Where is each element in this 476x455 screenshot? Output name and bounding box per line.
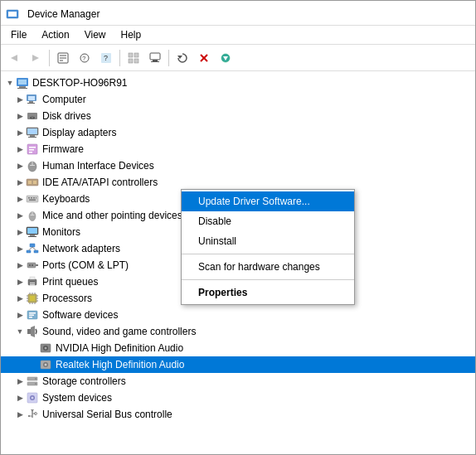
nvidia-icon	[39, 341, 52, 355]
toolbar-back-btn[interactable]	[4, 48, 24, 68]
svg-rect-60	[27, 228, 37, 234]
svg-line-66	[29, 247, 33, 250]
ctx-uninstall[interactable]: Uninstall	[182, 231, 354, 251]
menu-help[interactable]: Help	[114, 27, 148, 42]
toolbar-update-driver-btn[interactable]: ?	[75, 48, 95, 68]
keyboards-label: Keyboards	[42, 193, 90, 205]
monitors-label: Monitors	[42, 226, 80, 238]
toolbar-remove-btn[interactable]	[194, 48, 214, 68]
sound-label: Sound, video and game controllers	[42, 326, 196, 337]
window-icon	[6, 7, 19, 21]
svg-rect-27	[19, 86, 26, 88]
toolbar: ? ?	[1, 45, 475, 71]
svg-rect-31	[29, 101, 33, 103]
svg-rect-43	[29, 152, 32, 153]
root-label: DESKTOP-HO96R91	[32, 77, 128, 89]
svg-point-70	[29, 264, 31, 266]
svg-rect-73	[30, 277, 35, 279]
usb-label: Universal Serial Bus controlle	[42, 409, 172, 420]
svg-rect-51	[28, 197, 30, 199]
realtek-icon	[39, 358, 52, 371]
tree-item-usb[interactable]: ▶ Universal Serial Bus controlle	[1, 406, 475, 423]
svg-point-104	[35, 383, 36, 385]
svg-rect-14	[134, 53, 138, 57]
svg-rect-55	[29, 200, 36, 201]
toolbar-sep-1	[49, 50, 50, 66]
tree-item-storage[interactable]: ▶ Storage controllers	[1, 373, 475, 390]
toolbar-help-btn[interactable]: ?	[96, 48, 116, 68]
svg-rect-52	[31, 197, 32, 199]
processors-expand-icon: ▶	[14, 293, 26, 304]
toolbar-sep-3	[168, 50, 169, 66]
storage-icon	[26, 375, 39, 388]
svg-text:?: ?	[82, 55, 86, 62]
ctx-sep-2	[182, 279, 354, 280]
svg-rect-61	[30, 235, 35, 236]
tree-root[interactable]: ▼ DESKTOP-HO96R91	[1, 75, 475, 91]
svg-rect-26	[18, 80, 27, 85]
hid-label: Human Interface Devices	[42, 160, 154, 172]
svg-point-107	[32, 397, 34, 399]
storage-label: Storage controllers	[42, 375, 126, 387]
svg-rect-91	[29, 312, 36, 314]
processors-icon	[26, 292, 39, 305]
menu-action[interactable]: Action	[35, 27, 75, 42]
svg-point-97	[45, 347, 47, 350]
menu-view[interactable]: View	[78, 27, 113, 42]
tree-item-computer[interactable]: ▶ Computer	[1, 91, 475, 108]
network-expand-icon: ▶	[14, 243, 26, 254]
tree-item-sound[interactable]: ▼ Sound, video and game controllers	[1, 323, 475, 340]
svg-marker-4	[32, 55, 39, 61]
ctx-properties[interactable]: Properties	[182, 283, 354, 303]
tree-item-nvidia[interactable]: ▶ NVIDIA High Definition Audio	[1, 340, 475, 356]
computer-expand-icon: ▶	[14, 94, 26, 105]
svg-text:?: ?	[104, 54, 108, 62]
software-devices-label: Software devices	[42, 309, 118, 321]
network-icon	[26, 242, 39, 255]
toolbar-device-view-btn[interactable]	[145, 48, 165, 68]
display-icon	[26, 126, 39, 139]
keyboards-expand-icon: ▶	[14, 193, 26, 205]
tree-item-display-adapters[interactable]: ▶ Display adapters	[1, 124, 475, 141]
svg-rect-2	[9, 17, 16, 17]
system-label: System devices	[42, 392, 112, 404]
tree-item-system[interactable]: ▶ System devices	[1, 390, 475, 406]
svg-rect-30	[28, 96, 35, 100]
tree-item-firmware[interactable]: ▶ Firmware	[1, 141, 475, 157]
svg-rect-65	[34, 250, 38, 253]
ports-label: Ports (COM & LPT)	[42, 259, 129, 271]
print-expand-icon: ▶	[14, 276, 26, 288]
tree-item-disk-drives[interactable]: ▶ Disk drives	[1, 108, 475, 124]
tree-item-ide[interactable]: ▶ IDE ATA/ATAPI controllers	[1, 174, 475, 191]
disk-drives-label: Disk drives	[42, 110, 91, 122]
svg-rect-58	[31, 215, 35, 215]
ports-expand-icon: ▶	[14, 259, 26, 271]
tree-item-software-devices[interactable]: ▶ Software devices	[1, 307, 475, 323]
ctx-update-driver[interactable]: Update Driver Software...	[182, 191, 354, 211]
ctx-disable[interactable]: Disable	[182, 211, 354, 231]
ctx-scan[interactable]: Scan for hardware changes	[182, 257, 354, 277]
toolbar-down-btn[interactable]	[216, 48, 236, 68]
svg-rect-48	[28, 181, 32, 184]
print-queues-label: Print queues	[42, 276, 98, 288]
toolbar-scan-btn[interactable]	[172, 48, 192, 68]
device-manager-window: Device Manager File Action View Help	[0, 0, 476, 455]
svg-rect-63	[30, 244, 35, 247]
ide-expand-icon: ▶	[14, 177, 26, 188]
disk-icon	[26, 109, 39, 123]
svg-rect-17	[150, 53, 160, 60]
menu-file[interactable]: File	[4, 27, 33, 42]
tree-item-realtek[interactable]: ▶ Realtek High Definition Audio	[1, 356, 475, 373]
toolbar-view-btn[interactable]	[124, 48, 143, 68]
svg-rect-39	[28, 137, 36, 138]
firmware-expand-icon: ▶	[14, 143, 26, 155]
toolbar-forward-btn[interactable]	[26, 48, 46, 68]
svg-rect-77	[30, 296, 35, 301]
tree-item-hid[interactable]: ▶ Human Interface Devices	[1, 157, 475, 174]
nvidia-label: NVIDIA High Definition Audio	[56, 342, 183, 354]
computer-icon	[26, 93, 39, 106]
network-label: Network adapters	[42, 243, 120, 254]
svg-rect-62	[28, 236, 36, 237]
toolbar-properties-btn[interactable]	[53, 48, 73, 68]
title-bar: Device Manager	[1, 1, 475, 26]
